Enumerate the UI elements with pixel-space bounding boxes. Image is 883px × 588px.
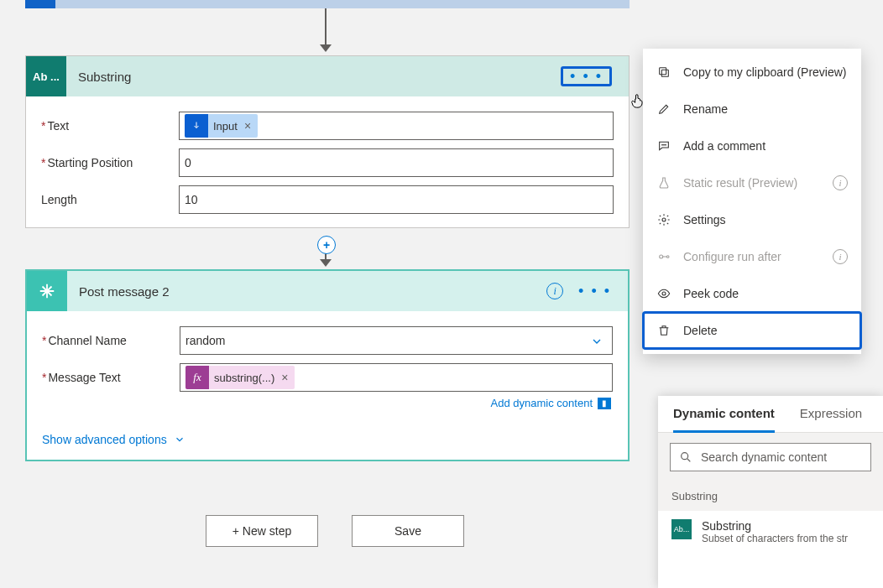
length-input[interactable] (179, 185, 614, 214)
remove-token-button[interactable]: × (243, 119, 258, 133)
menu-peek-code[interactable]: Peek code (643, 275, 861, 312)
action-card-post-message: Post message 2 i • • • *Channel Name *Me… (25, 269, 630, 461)
menu-delete[interactable]: Delete (643, 312, 861, 349)
action-context-menu: Copy to my clipboard (Preview) Rename Ad… (643, 49, 861, 354)
dynamic-content-icon: ▮ (598, 398, 611, 409)
flow-designer-canvas: Ab ... Substring • • • *Text Input × (0, 0, 883, 588)
token-label: substring(...) (209, 372, 280, 384)
svg-point-3 (664, 144, 665, 145)
search-dynamic-content-input[interactable]: Search dynamic content (670, 443, 871, 471)
svg-point-5 (662, 218, 666, 221)
field-label: *Starting Position (41, 156, 179, 169)
info-icon[interactable]: i (546, 283, 563, 299)
dc-item-subtitle: Subset of characters from the str (702, 533, 848, 544)
dc-item-substring[interactable]: Ab... Substring Subset of characters fro… (658, 511, 883, 553)
field-label: *Message Text (42, 371, 180, 384)
previous-step-header-fragment (25, 0, 630, 8)
show-advanced-options-link[interactable]: Show advanced options (42, 433, 613, 446)
svg-point-7 (666, 256, 669, 258)
dc-item-title: Substring (702, 519, 848, 533)
substring-action-icon: Ab... (671, 519, 692, 539)
dc-tabs: Dynamic content Expression (658, 396, 883, 433)
card-header[interactable]: Ab ... Substring • • • (26, 56, 629, 96)
save-button[interactable]: Save (352, 515, 464, 547)
gear-icon (656, 213, 671, 226)
tab-dynamic-content[interactable]: Dynamic content (673, 406, 775, 433)
field-label: *Channel Name (42, 334, 180, 347)
svg-point-8 (662, 292, 666, 295)
eye-icon (656, 287, 671, 300)
tab-expression[interactable]: Expression (800, 406, 862, 432)
token-label: Input (208, 120, 243, 133)
search-placeholder: Search dynamic content (701, 450, 827, 464)
channel-name-select[interactable] (180, 326, 613, 355)
svg-rect-1 (660, 68, 666, 75)
run-after-icon (656, 250, 671, 263)
pencil-icon (656, 102, 671, 116)
text-input[interactable]: Input × (179, 112, 614, 140)
remove-token-button[interactable]: × (280, 371, 295, 384)
menu-settings[interactable]: Settings (643, 201, 861, 238)
message-text-input[interactable]: fx substring(...) × (180, 363, 613, 392)
trash-icon (656, 324, 671, 337)
card-header[interactable]: Post message 2 i • • • (27, 271, 628, 311)
insert-step-button[interactable]: + (317, 236, 336, 254)
info-icon: i (833, 175, 848, 190)
chevron-down-icon (590, 335, 603, 348)
svg-rect-0 (661, 70, 668, 76)
more-actions-button[interactable]: • • • (561, 66, 612, 86)
dynamic-token-input[interactable]: Input × (185, 114, 258, 138)
copy-icon (656, 65, 671, 79)
dynamic-content-panel: Dynamic content Expression Search dynami… (658, 396, 883, 588)
starting-position-input[interactable] (179, 148, 614, 177)
substring-action-icon: Ab ... (26, 56, 66, 96)
action-card-substring: Ab ... Substring • • • *Text Input × (25, 55, 630, 228)
svg-point-4 (666, 144, 666, 145)
expression-token[interactable]: fx substring(...) × (185, 366, 295, 389)
new-step-button[interactable]: + New step (206, 515, 318, 547)
menu-rename[interactable]: Rename (643, 91, 861, 127)
svg-point-9 (682, 453, 688, 460)
dc-group-label: Substring (658, 481, 883, 511)
variable-icon (185, 114, 208, 138)
fx-icon: fx (185, 366, 209, 389)
more-actions-button[interactable]: • • • (578, 286, 611, 296)
comment-icon (656, 139, 671, 153)
search-icon (679, 450, 692, 464)
connector-arrow-icon (325, 8, 327, 50)
flask-icon (656, 176, 671, 190)
footer-actions: + New step Save (206, 515, 464, 547)
add-dynamic-content-link[interactable]: Add dynamic content ▮ (491, 397, 611, 409)
chevron-down-icon (174, 434, 185, 445)
menu-add-comment[interactable]: Add a comment (643, 127, 861, 164)
card-title: Substring (66, 70, 561, 84)
field-label: *Text (41, 119, 179, 133)
field-label: Length (41, 193, 179, 206)
svg-point-6 (660, 255, 663, 258)
card-title: Post message 2 (67, 284, 546, 299)
info-icon: i (833, 249, 848, 264)
slack-action-icon (27, 271, 67, 311)
menu-copy-clipboard[interactable]: Copy to my clipboard (Preview) (643, 54, 861, 91)
menu-static-result: Static result (Preview) i (643, 164, 861, 201)
svg-point-2 (662, 144, 663, 145)
previous-step-icon (25, 0, 55, 8)
menu-configure-run-after: Configure run after i (643, 238, 861, 275)
